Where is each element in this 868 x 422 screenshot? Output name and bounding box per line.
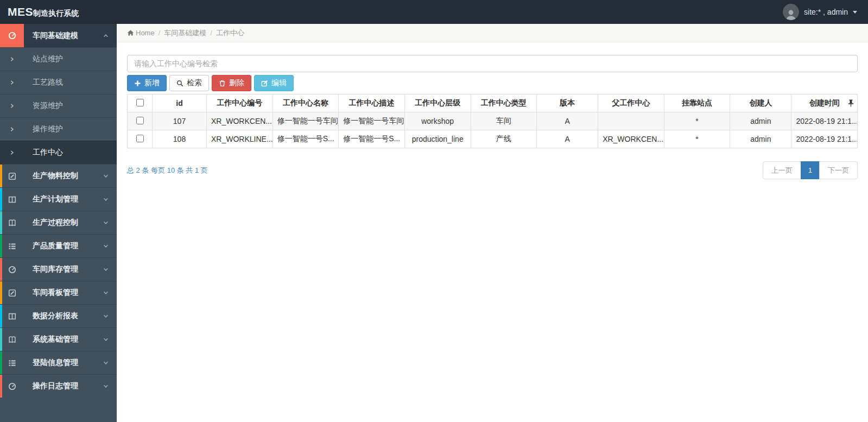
chevron-right-icon: [0, 95, 24, 117]
sidebar-item-kanban-management[interactable]: 车间看板管理: [0, 281, 117, 304]
row-checkbox[interactable]: [136, 135, 144, 142]
work-center-table: id 工作中心编号 工作中心名称 工作中心描述 工作中心层级 工作中心类型 版本…: [127, 94, 858, 148]
chevron-down-icon: [103, 336, 109, 343]
column-header-version[interactable]: 版本: [537, 95, 598, 112]
sidebar-item-inventory-management[interactable]: 车间库存管理: [0, 257, 117, 281]
chevron-down-icon: [103, 243, 109, 249]
cell-created-time: 2022-08-19 21:1...: [791, 112, 858, 130]
edit-button[interactable]: 编辑: [254, 75, 294, 91]
columns-icon: [0, 188, 24, 211]
sidebar-item-label: 生产过程控制: [33, 218, 78, 228]
cell-station: *: [664, 112, 730, 130]
sidebar-item-quality-management[interactable]: 产品质量管理: [0, 234, 117, 257]
user-menu[interactable]: site:* , admin: [783, 4, 868, 20]
magnifier-icon: [176, 80, 183, 87]
gauge-icon: [0, 258, 24, 281]
sidebar-item-data-analysis[interactable]: 数据分析报表: [0, 304, 117, 327]
column-header-level[interactable]: 工作中心层级: [404, 95, 471, 112]
table-row[interactable]: 108 XR_WORKLINE... 修一智能一号S... 修一智能一号S...…: [128, 130, 858, 148]
book-icon: [0, 211, 24, 234]
chevron-down-icon: [103, 266, 109, 273]
stripe-aqua: [0, 305, 2, 327]
sidebar-item-site-maintenance[interactable]: 站点维护: [0, 47, 117, 71]
stripe-green: [0, 351, 2, 374]
search-button-label: 检索: [187, 78, 202, 88]
toolbar: 新增 检索 删除 编辑: [127, 75, 858, 91]
sidebar-item-label: 操作维护: [33, 124, 63, 134]
gauge-icon: [0, 375, 24, 398]
stripe-green: [0, 235, 2, 257]
list-icon: [0, 351, 24, 374]
search-input[interactable]: [127, 55, 858, 72]
table-row[interactable]: 107 XR_WORKCEN... 修一智能一号车间 修一智能一号车间 work…: [128, 112, 858, 130]
cell-creator: admin: [730, 130, 791, 148]
columns-icon: [0, 305, 24, 327]
cell-station: *: [664, 130, 730, 148]
sidebar-item-operation-log[interactable]: 操作日志管理: [0, 374, 117, 398]
delete-button-label: 删除: [229, 78, 244, 88]
select-all-checkbox[interactable]: [136, 99, 144, 106]
cell-code: XR_WORKCEN...: [207, 112, 273, 130]
sidebar-item-workshop-modeling[interactable]: 车间基础建模: [0, 24, 117, 47]
chevron-right-icon: [0, 118, 24, 141]
sidebar-item-label: 数据分析报表: [33, 311, 78, 321]
chevron-down-icon: [103, 219, 109, 226]
sidebar-item-material-control[interactable]: 生产物料控制: [0, 164, 117, 187]
sidebar-item-label: 资源维护: [33, 101, 63, 111]
row-checkbox[interactable]: [136, 117, 144, 124]
breadcrumb-separator: /: [210, 29, 212, 37]
breadcrumb-home-label: Home: [136, 29, 155, 37]
prev-page-button[interactable]: 上一页: [763, 161, 801, 179]
column-header-id[interactable]: id: [153, 95, 207, 112]
pencil-square-icon: [0, 165, 24, 187]
sidebar-item-work-center[interactable]: 工作中心: [0, 141, 117, 164]
sidebar-item-process-control[interactable]: 生产过程控制: [0, 211, 117, 234]
next-page-button[interactable]: 下一页: [819, 161, 858, 179]
sidebar-item-resource-maintenance[interactable]: 资源维护: [0, 94, 117, 117]
plus-icon: [134, 80, 141, 87]
cell-version: A: [537, 112, 598, 130]
pin-icon[interactable]: [848, 99, 854, 107]
sidebar-item-plan-management[interactable]: 生产计划管理: [0, 187, 117, 211]
breadcrumb-item: 车间基础建模: [164, 28, 206, 38]
sidebar-item-system-management[interactable]: 系统基础管理: [0, 327, 117, 351]
column-header-creator[interactable]: 创建人: [730, 95, 791, 112]
stripe-teal: [0, 328, 2, 351]
book-icon: [0, 328, 24, 351]
search-button[interactable]: 检索: [169, 75, 209, 91]
cell-version: A: [537, 130, 598, 148]
column-header-parent[interactable]: 父工作中心: [598, 95, 664, 112]
stripe-aqua: [0, 188, 2, 211]
cell-type: 车间: [471, 112, 537, 130]
add-button[interactable]: 新增: [127, 75, 167, 91]
sidebar-item-login-info[interactable]: 登陆信息管理: [0, 351, 117, 374]
column-header-description[interactable]: 工作中心描述: [339, 95, 405, 112]
sidebar-item-label: 车间库存管理: [33, 264, 78, 274]
list-icon: [0, 235, 24, 257]
column-header-name[interactable]: 工作中心名称: [273, 95, 339, 112]
edit-icon: [261, 80, 268, 87]
column-header-type[interactable]: 工作中心类型: [471, 95, 537, 112]
breadcrumb-separator: /: [159, 29, 161, 37]
column-header-station[interactable]: 挂靠站点: [664, 95, 730, 112]
cell-level: production_line: [404, 130, 471, 148]
cell-parent: [598, 112, 664, 130]
stripe-yellow: [0, 165, 2, 187]
cell-parent: XR_WORKCEN...: [598, 130, 664, 148]
user-name: site:* , admin: [804, 8, 848, 16]
cell-description: 修一智能一号车间: [339, 112, 405, 130]
delete-button[interactable]: 删除: [212, 75, 251, 91]
sidebar-item-process-route[interactable]: 工艺路线: [0, 71, 117, 94]
sidebar-item-label: 系统基础管理: [33, 335, 78, 344]
cell-creator: admin: [730, 112, 791, 130]
chevron-right-icon: [0, 141, 24, 164]
breadcrumb-home[interactable]: Home: [127, 29, 155, 37]
sidebar-item-operation-maintenance[interactable]: 操作维护: [0, 117, 117, 141]
column-header-created-time[interactable]: 创建时间: [791, 95, 858, 112]
edit-button-label: 编辑: [271, 78, 287, 88]
cell-code: XR_WORKLINE...: [207, 130, 273, 148]
column-header-code[interactable]: 工作中心编号: [207, 95, 273, 112]
sidebar-item-label: 登陆信息管理: [33, 358, 78, 368]
page-1-button[interactable]: 1: [801, 161, 820, 179]
add-button-label: 新增: [144, 78, 160, 88]
